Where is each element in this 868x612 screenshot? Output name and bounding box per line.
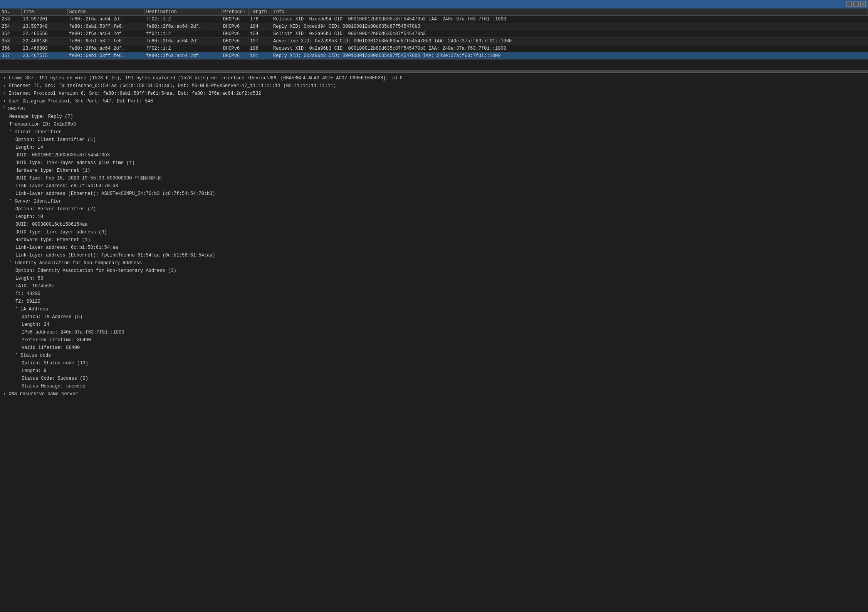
detail-line-ethernet[interactable]: › Ethernet II, Src: TpLinkTechno_61:54:a… bbox=[0, 82, 868, 90]
packet-table: No. Time Source Destination Protocol Len… bbox=[0, 8, 868, 60]
detail-line-msg-type: Message type: Reply (7) bbox=[0, 113, 868, 121]
maximize-button[interactable]: □ bbox=[853, 2, 859, 7]
detail-line-xid: Transaction ID: 0x2a96b3 bbox=[0, 121, 868, 128]
detail-line-ci-duid-type: DUID Type: link-layer address plus time … bbox=[0, 159, 868, 167]
detail-line-sc-length: Length: 9 bbox=[0, 367, 868, 375]
detail-line-ci-length: Length: 14 bbox=[0, 144, 868, 151]
detail-line-si-duid-type: DUID Type: link-layer address (3) bbox=[0, 228, 868, 236]
detail-line-frame[interactable]: › Frame 357: 191 bytes on wire (1528 bit… bbox=[0, 74, 868, 82]
close-button[interactable]: ✕ bbox=[860, 2, 866, 7]
detail-line-ia-iaid: IAID: 1074563c bbox=[0, 282, 868, 290]
detail-line-udp[interactable]: › User Datagram Protocol, Src Port: 547,… bbox=[0, 97, 868, 105]
detail-line-ia-address[interactable]: ˅ IA Address bbox=[0, 305, 868, 313]
detail-line-ci-hw-type: Hardware type: Ethernet (1) bbox=[0, 167, 868, 174]
detail-line-si-length: Length: 10 bbox=[0, 213, 868, 221]
detail-line-sc-msg: Status Message: success bbox=[0, 382, 868, 390]
detail-line-ia-length: Length: 53 bbox=[0, 275, 868, 282]
table-row[interactable]: 35723.467575fe80::6eb1:58ff:fe6…fe80::2f… bbox=[0, 52, 868, 60]
table-row[interactable]: 25313.597201fe80::2f6a:ac64:2df…ff02::1:… bbox=[0, 16, 868, 23]
detail-line-iaa-length: Length: 24 bbox=[0, 321, 868, 329]
detail-line-si-duid: DUID: 000300016cb1586154aa bbox=[0, 221, 868, 228]
detail-line-dns[interactable]: › DNS recursive name server bbox=[0, 390, 868, 398]
detail-line-iaa-ipv6: IPv6 address: 240e:37a:f63:7f01::1000 bbox=[0, 329, 868, 336]
table-row[interactable]: 35623.466803fe80::2f6a:ac64:2df…ff02::1:… bbox=[0, 45, 868, 52]
col-dest: Destination bbox=[144, 8, 222, 16]
col-time: Time bbox=[21, 8, 67, 16]
col-source: Source bbox=[67, 8, 144, 16]
col-info: Info bbox=[272, 8, 868, 16]
detail-line-iaa-pref: Preferred lifetime: 86400 bbox=[0, 336, 868, 344]
detail-line-client-id[interactable]: ˅ Client Identifier bbox=[0, 128, 868, 136]
detail-line-ci-ll-addr-eth: Link-layer address (Ethernet): ASUSTekCO… bbox=[0, 190, 868, 198]
detail-line-ia-t2: T2: 69120 bbox=[0, 298, 868, 305]
detail-line-si-ll-addr-eth: Link-layer address (Ethernet): TpLinkTec… bbox=[0, 252, 868, 259]
title-bar-buttons: ─ □ ✕ bbox=[846, 2, 866, 7]
detail-line-server-id[interactable]: ˅ Server Identifier bbox=[0, 198, 868, 205]
table-row[interactable]: 35322.466186fe80::6eb1:58ff:fe6…fe80::2f… bbox=[0, 38, 868, 45]
col-proto: Protocol bbox=[222, 8, 248, 16]
detail-line-ia-t1: T1: 43200 bbox=[0, 290, 868, 298]
detail-line-iaa-valid: Valid lifetime: 86400 bbox=[0, 344, 868, 352]
table-header: No. Time Source Destination Protocol Len… bbox=[0, 8, 868, 16]
detail-line-sc-code: Status Code: Success (0) bbox=[0, 375, 868, 382]
table-row[interactable]: 25413.597848fe80::6eb1:58ff:fe6…fe80::2f… bbox=[0, 23, 868, 30]
detail-line-status-code[interactable]: ˅ Status code bbox=[0, 352, 868, 359]
detail-panel: › Frame 357: 191 bytes on wire (1528 bit… bbox=[0, 72, 868, 612]
detail-line-ci-duid-time: DUID Time: Feb 16, 2023 19:55:33.0000000… bbox=[0, 174, 868, 182]
detail-line-ipv6[interactable]: › Internet Protocol Version 6, Src: fe80… bbox=[0, 90, 868, 97]
detail-line-si-hw-type: Hardware type: Ethernet (1) bbox=[0, 236, 868, 244]
title-bar: ─ □ ✕ bbox=[0, 0, 868, 8]
detail-line-iaa-option: Option: IA Address (5) bbox=[0, 313, 868, 321]
detail-line-ia-option: Option: Identity Association for Non-tem… bbox=[0, 267, 868, 275]
detail-line-si-ll-addr: Link-layer address: 6c:b1:58:61:54:aa bbox=[0, 244, 868, 252]
detail-line-ci-ll-addr: Link-layer address: c8:7f:54:54:70:b3 bbox=[0, 182, 868, 190]
col-len: Length bbox=[248, 8, 272, 16]
table-row[interactable]: 35222.465556fe80::2f6a:ac64:2df…ff02::1:… bbox=[0, 30, 868, 38]
col-no: No. bbox=[0, 8, 21, 16]
detail-line-ia-na[interactable]: ˅ Identity Association for Non-temporary… bbox=[0, 259, 868, 267]
minimize-button[interactable]: ─ bbox=[846, 2, 852, 7]
packet-table-container: No. Time Source Destination Protocol Len… bbox=[0, 8, 868, 70]
detail-line-si-option: Option: Server Identifier (2) bbox=[0, 205, 868, 213]
detail-line-ci-duid: DUID: 000100012b80d635c87f545470b3 bbox=[0, 151, 868, 159]
detail-line-ci-option: Option: Client Identifier (1) bbox=[0, 136, 868, 144]
packet-rows: 25313.597201fe80::2f6a:ac64:2df…ff02::1:… bbox=[0, 16, 868, 60]
detail-line-sc-option: Option: Status code (13) bbox=[0, 359, 868, 367]
detail-line-dhcpv6[interactable]: ˅ DHCPv6 bbox=[0, 105, 868, 113]
